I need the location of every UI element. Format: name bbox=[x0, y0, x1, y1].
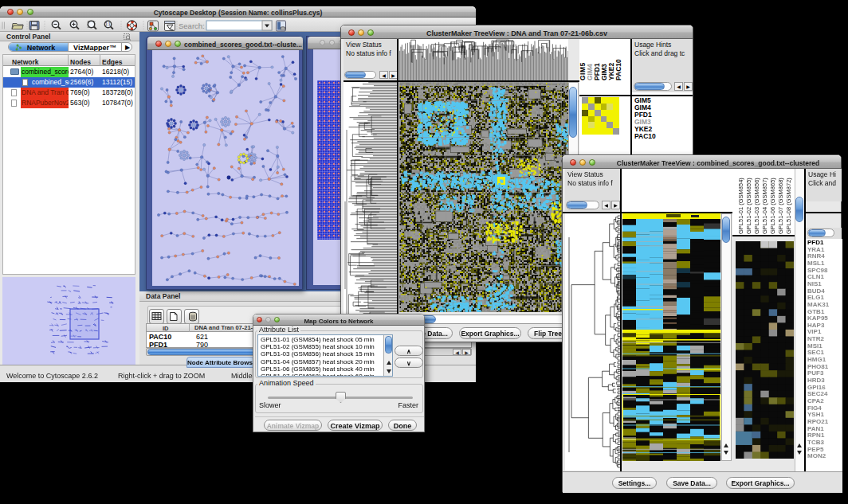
svg-text:Search:: Search: bbox=[179, 21, 205, 30]
svg-text:1:1: 1:1 bbox=[105, 22, 111, 26]
